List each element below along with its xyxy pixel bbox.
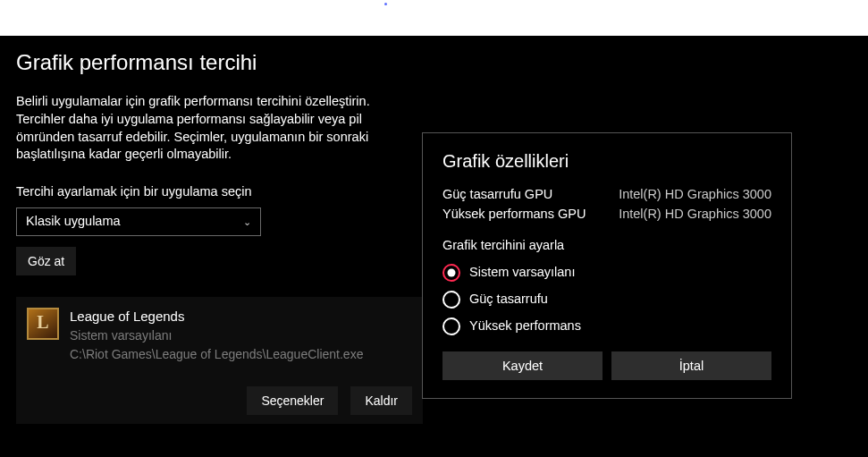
radio-icon [442, 264, 460, 282]
power-gpu-value: Intel(R) HD Graphics 3000 [619, 186, 771, 204]
radio-high-performance[interactable]: Yüksek performans [442, 317, 771, 335]
radio-system-default[interactable]: Sistem varsayılanı [442, 264, 771, 282]
app-path: C:\Riot Games\League of Legends\LeagueCl… [70, 346, 363, 363]
cancel-button[interactable]: İptal [611, 351, 771, 380]
app-type-select[interactable]: Klasik uygulama ⌄ [16, 207, 261, 236]
radio-label: Sistem varsayılanı [469, 264, 575, 282]
power-gpu-row: Güç tasarrufu GPU Intel(R) HD Graphics 3… [442, 186, 771, 204]
pref-label: Grafik tercihini ayarla [442, 237, 771, 255]
app-icon [27, 308, 59, 340]
page-title: Grafik performansı tercihi [16, 48, 852, 77]
settings-page: Grafik performansı tercihi Belirli uygul… [0, 36, 868, 457]
app-current-pref: Sistem varsayılanı [70, 327, 363, 344]
radio-label: Yüksek performans [469, 317, 581, 335]
options-button[interactable]: Seçenekler [247, 386, 338, 415]
browse-button[interactable]: Göz at [16, 247, 76, 275]
dialog-title: Grafik özellikleri [442, 149, 771, 173]
radio-label: Güç tasarrufu [469, 291, 548, 309]
radio-icon [442, 291, 460, 309]
radio-power-saving[interactable]: Güç tasarrufu [442, 291, 771, 309]
perf-gpu-value: Intel(R) HD Graphics 3000 [619, 206, 771, 224]
graphics-properties-dialog: Grafik özellikleri Güç tasarrufu GPU Int… [422, 132, 792, 399]
app-type-value: Klasik uygulama [26, 213, 121, 231]
app-card: League of Legends Sistem varsayılanı C:\… [16, 297, 423, 424]
perf-gpu-row: Yüksek performans GPU Intel(R) HD Graphi… [442, 206, 771, 224]
perf-gpu-label: Yüksek performans GPU [442, 206, 586, 224]
indicator-dot [384, 3, 387, 5]
top-bar [0, 0, 868, 36]
radio-icon [442, 317, 460, 335]
power-gpu-label: Güç tasarrufu GPU [442, 186, 552, 204]
remove-button[interactable]: Kaldır [350, 386, 412, 415]
page-description: Belirli uygulamalar için grafik performa… [16, 93, 409, 163]
chevron-down-icon: ⌄ [243, 216, 251, 229]
app-name: League of Legends [70, 308, 363, 326]
save-button[interactable]: Kaydet [442, 351, 603, 380]
